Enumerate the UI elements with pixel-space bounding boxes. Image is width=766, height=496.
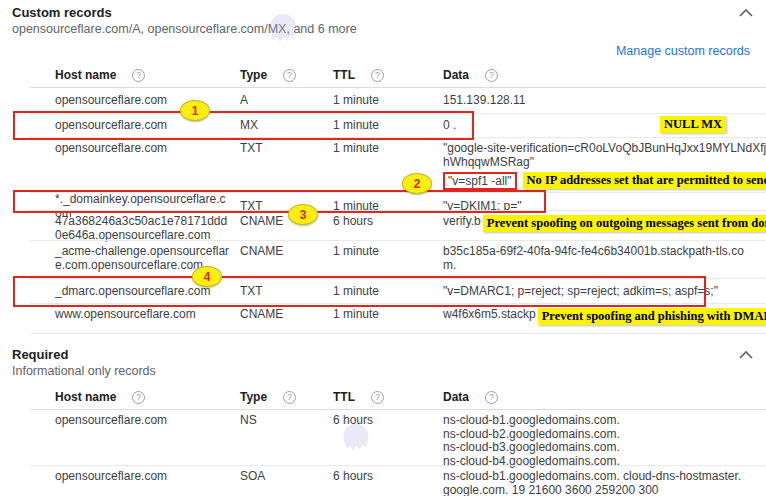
help-icon[interactable]: ? <box>283 69 296 82</box>
host-cell: opensourceflare.com <box>55 414 240 428</box>
data-cell: ns-cloud-b1.googledomains.com. ns-cloud-… <box>443 414 756 468</box>
host-cell: www.opensourceflare.com <box>55 308 240 322</box>
help-icon[interactable]: ? <box>132 69 145 82</box>
help-icon[interactable]: ? <box>371 391 384 404</box>
required-records-header: Required Informational only records <box>0 342 766 379</box>
host-cell: opensourceflare.com <box>55 470 240 484</box>
ttl-cell: 1 minute <box>333 94 443 108</box>
cname-verify-value: verify.b <box>443 215 481 229</box>
table-row-soa-record: opensourceflare.com SOA 6 hours ns-cloud… <box>0 466 766 496</box>
annotation-label-dmarc: Prevent spoofing and phishing with DMARC <box>538 308 766 325</box>
annotation-label-null-mx: NULL MX <box>660 116 726 133</box>
table-row-www-record: www.opensourceflare.com CNAME 1 minute w… <box>0 304 766 334</box>
ttl-header: TTL? <box>333 68 443 82</box>
host-cell: opensourceflare.com <box>55 119 240 133</box>
table-row-dkim-record: *._domainkey.opensourceflare.com TXT 1 m… <box>0 193 766 211</box>
type-cell: CNAME <box>240 215 333 229</box>
annotation-number-3: 3 <box>288 204 318 225</box>
ttl-cell: 6 hours <box>333 414 443 428</box>
ttl-header: TTL? <box>333 390 443 404</box>
ttl-cell: 1 minute <box>333 308 443 322</box>
table-row-cname-verify-record: 47a368246a3c50ac1e78171ddd0e646a.opensou… <box>0 211 766 241</box>
type-cell: TXT <box>240 142 333 156</box>
ttl-cell: 6 hours <box>333 470 443 484</box>
ttl-cell: 1 minute <box>333 245 443 259</box>
type-cell: SOA <box>240 470 333 484</box>
custom-table-header: Host name? Type? TTL? Data? <box>0 63 766 87</box>
section-subtitle: Informational only records <box>12 363 754 379</box>
help-icon[interactable]: ? <box>283 391 296 404</box>
data-cell: 151.139.128.11 <box>443 94 756 108</box>
data-cell: b35c185a-69f2-40fa-94fc-fe4c6b34001b.sta… <box>443 245 756 272</box>
annotation-number-2: 2 <box>402 173 432 194</box>
section-title: Required <box>12 347 754 363</box>
table-row-ns-record: opensourceflare.com NS 6 hours ns-cloud-… <box>0 410 766 466</box>
type-header: Type? <box>240 390 333 404</box>
data-header: Data? <box>443 68 756 82</box>
host-name-header: Host name? <box>55 390 240 404</box>
ttl-cell: 6 hours <box>333 215 443 229</box>
help-icon[interactable]: ? <box>485 391 498 404</box>
ttl-cell: 1 minute <box>333 142 443 156</box>
data-cell: ns-cloud-b1.googledomains.com. cloud-dns… <box>443 470 756 496</box>
required-table-header: Host name? Type? TTL? Data? <box>0 385 766 409</box>
help-icon[interactable]: ? <box>485 69 498 82</box>
host-cell: opensourceflare.com <box>55 94 240 108</box>
txt-verification-value: "google-site-verification=cR0oLVoQbJBunH… <box>443 141 766 169</box>
host-name-header: Host name? <box>55 68 240 82</box>
table-row-acme-record: _acme-challenge.opensourceflare.com.open… <box>0 241 766 279</box>
type-cell: TXT <box>240 285 333 299</box>
data-header: Data? <box>443 390 756 404</box>
table-row-txt-spf-record: opensourceflare.com TXT 1 minute "google… <box>0 138 766 193</box>
annotation-red-box-spf: "v=spf1 -all" <box>443 172 517 190</box>
cname-www-value: w4f6x6m5.stackp <box>443 308 536 322</box>
data-cell: verify.b Prevent spoofing on outgoing me… <box>443 215 766 232</box>
data-cell: w4f6x6m5.stackp Prevent spoofing and phi… <box>443 308 766 325</box>
section-subtitle: opensourceflare.com/A, opensourceflare.c… <box>12 21 754 37</box>
type-cell: CNAME <box>240 308 333 322</box>
host-cell: _dmarc.opensourceflare.com <box>55 285 240 299</box>
type-header: Type? <box>240 68 333 82</box>
type-cell: CNAME <box>240 245 333 259</box>
type-cell: A <box>240 94 333 108</box>
table-row-a-record: opensourceflare.com A 1 minute 151.139.1… <box>0 88 766 114</box>
dns-records-page: Custom records opensourceflare.com/A, op… <box>0 0 766 496</box>
table-row-dmarc-record: _dmarc.opensourceflare.com TXT 1 minute … <box>0 279 766 304</box>
data-cell: "google-site-verification=cR0oLVoQbJBunH… <box>443 142 766 190</box>
section-title: Custom records <box>12 5 754 21</box>
manage-custom-records-link[interactable]: Manage custom records <box>616 44 750 58</box>
type-cell: MX <box>240 119 333 133</box>
data-cell: "v=DMARC1; p=reject; sp=reject; adkim=s;… <box>443 285 756 299</box>
host-cell: opensourceflare.com <box>55 142 240 156</box>
chevron-up-icon[interactable] <box>738 6 754 20</box>
ttl-cell: 1 minute <box>333 285 443 299</box>
annotation-number-1: 1 <box>180 100 210 121</box>
annotation-label-spoofing-outgoing: Prevent spoofing on outgoing messages se… <box>483 215 766 232</box>
host-cell: 47a368246a3c50ac1e78171ddd0e646a.opensou… <box>55 215 240 242</box>
annotation-label-spf: No IP addresses set that are permitted t… <box>523 172 766 189</box>
annotation-number-4: 4 <box>192 266 222 287</box>
help-icon[interactable]: ? <box>132 391 145 404</box>
help-icon[interactable]: ? <box>371 69 384 82</box>
type-cell: NS <box>240 414 333 428</box>
ttl-cell: 1 minute <box>333 119 443 133</box>
chevron-up-icon[interactable] <box>738 348 754 362</box>
custom-records-header: Custom records opensourceflare.com/A, op… <box>0 0 766 37</box>
table-row-mx-record: opensourceflare.com MX 1 minute 0 . 1 NU… <box>0 114 766 138</box>
